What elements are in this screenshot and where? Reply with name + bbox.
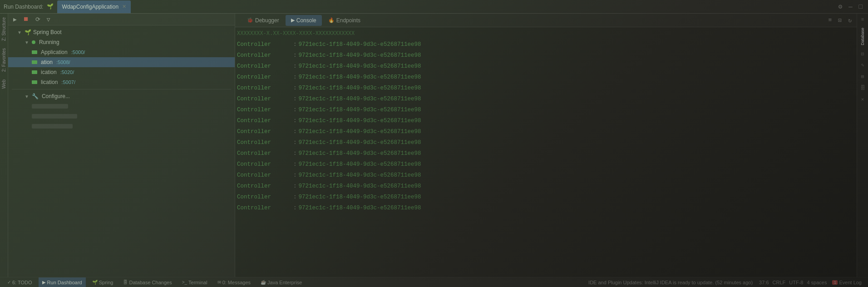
configure-child-1[interactable]: [8, 101, 235, 111]
sidebar-label-favorites[interactable]: 2: Favorites: [0, 45, 7, 75]
configure-child-2[interactable]: [8, 111, 235, 121]
blurred-item-3: [32, 124, 73, 129]
blurred-item-2: [32, 114, 77, 119]
first-line-text: XXXXXXXX-X.XX-XXXX-XXXX-XXXXXXXXXXXX: [237, 28, 355, 39]
strip-db-icon[interactable]: Database: [859, 26, 866, 47]
sidebar-label-web[interactable]: Web: [0, 76, 7, 92]
sidebar-label-structure[interactable]: Z: Structure: [0, 14, 7, 45]
blurred-item-1: [32, 104, 68, 109]
console-first-line: XXXXXXXX-X.XX-XXXX-XXXX-XXXXXXXXXXXX: [237, 28, 855, 39]
configure-child-3[interactable]: [8, 121, 235, 131]
